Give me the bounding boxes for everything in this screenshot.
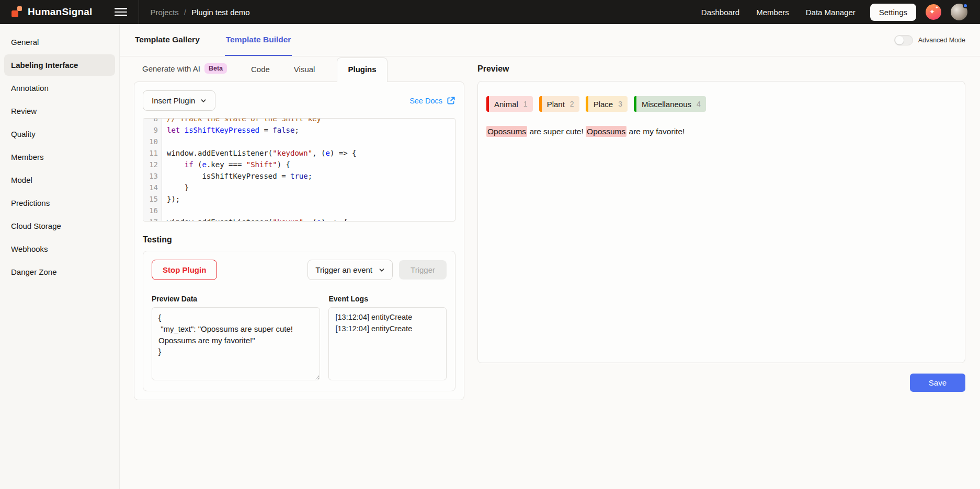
labeled-region[interactable]: Opossums	[586, 126, 626, 137]
sidebar-item-annotation[interactable]: Annotation	[4, 77, 115, 99]
top-nav: DashboardMembersData Manager	[701, 8, 856, 17]
sparkle-icon-small: ✦	[935, 6, 939, 10]
label-chip-miscellaneous[interactable]: Miscellaneous4	[634, 96, 706, 112]
event-logs-box: [13:12:04] entityCreate[13:12:04] entity…	[328, 307, 447, 380]
code-editor[interactable]: 8// Track the state of the Shift key9let…	[143, 118, 455, 222]
sidebar-item-danger-zone[interactable]: Danger Zone	[4, 261, 115, 283]
chip-label: Place	[594, 100, 613, 109]
tab-generate-with-ai[interactable]: Generate with AI Beta	[140, 56, 229, 82]
code-text: window.addEventListener("keydown", (e) =…	[162, 147, 356, 159]
settings-sidebar: GeneralLabeling InterfaceAnnotationRevie…	[0, 24, 120, 489]
tab-template-builder[interactable]: Template Builder	[225, 24, 292, 56]
notification-dot	[963, 3, 968, 8]
preview-data-input[interactable]: { "my_text": "Opossums are super cute! O…	[152, 307, 320, 380]
sparkle-button[interactable]: ✦ ✦	[926, 4, 941, 20]
code-line: 12 if (e.key === "Shift") {	[143, 159, 455, 170]
code-text	[162, 205, 167, 216]
insert-plugin-dropdown[interactable]: Insert Plugin	[143, 90, 215, 111]
menu-icon[interactable]	[115, 8, 127, 16]
code-line: 17window.addEventListener("keyup", (e) =…	[143, 216, 455, 222]
code-text: if (e.key === "Shift") {	[162, 159, 290, 170]
template-tabs-row: Template Gallery Template Builder Advanc…	[120, 24, 980, 56]
line-number: 14	[143, 182, 162, 193]
tab-plugins[interactable]: Plugins	[337, 57, 387, 82]
sidebar-item-review[interactable]: Review	[4, 100, 115, 122]
sidebar-item-general[interactable]: General	[4, 31, 115, 53]
breadcrumb-current-project: Plugin test demo	[191, 8, 250, 17]
nav-dashboard[interactable]: Dashboard	[701, 8, 739, 17]
template-tabs: Template Gallery Template Builder	[134, 24, 292, 56]
event-logs-label: Event Logs	[328, 295, 447, 303]
log-entry: [13:12:04] entityCreate	[335, 312, 440, 323]
user-avatar[interactable]	[951, 4, 967, 20]
sidebar-item-labeling-interface[interactable]: Labeling Interface	[4, 54, 115, 76]
see-docs-link[interactable]: See Docs	[409, 96, 455, 105]
code-line: 14 }	[143, 182, 455, 193]
advanced-mode-wrap: Advanced Mode	[894, 24, 965, 56]
preview-text: Opossums are super cute! Opossums are my…	[486, 125, 956, 137]
code-line: 8// Track the state of the Shift key	[143, 118, 455, 124]
advanced-mode-label: Advanced Mode	[918, 37, 965, 44]
chip-color-bar	[586, 96, 588, 112]
chip-label: Animal	[494, 100, 518, 109]
logo-icon	[12, 6, 23, 18]
sidebar-item-quality[interactable]: Quality	[4, 123, 115, 145]
sparkle-icon: ✦	[929, 8, 935, 15]
code-text: let isShiftKeyPressed = false;	[162, 124, 299, 136]
trigger-event-select[interactable]: Trigger an event	[307, 260, 393, 280]
beta-badge: Beta	[204, 63, 227, 74]
save-button[interactable]: Save	[910, 374, 965, 392]
tab-code[interactable]: Code	[249, 58, 272, 82]
line-number: 11	[143, 147, 162, 159]
toggle-knob	[895, 36, 904, 44]
nav-data-manager[interactable]: Data Manager	[806, 8, 856, 17]
builder-column: Generate with AI Beta Code Visual Plugin…	[134, 56, 464, 400]
humansignal-logo: HumanSignal	[12, 6, 93, 18]
stop-plugin-button[interactable]: Stop Plugin	[152, 260, 217, 280]
code-text: }	[162, 182, 189, 193]
trigger-button[interactable]: Trigger	[399, 260, 447, 280]
sidebar-item-webhooks[interactable]: Webhooks	[4, 238, 115, 260]
topbar-divider	[139, 0, 139, 24]
builder-subtabs: Generate with AI Beta Code Visual Plugin…	[134, 56, 464, 82]
sidebar-item-cloud-storage[interactable]: Cloud Storage	[4, 215, 115, 237]
label-chip-place[interactable]: Place3	[586, 96, 628, 112]
line-number: 8	[143, 118, 162, 124]
top-bar: HumanSignal Projects / Plugin test demo …	[0, 0, 980, 24]
tab-template-gallery[interactable]: Template Gallery	[134, 24, 201, 56]
nav-members[interactable]: Members	[756, 8, 789, 17]
chevron-down-icon	[379, 267, 385, 273]
plugin-editor-card: Insert Plugin See Docs	[134, 82, 464, 400]
preview-data-label: Preview Data	[152, 295, 320, 303]
tab-visual[interactable]: Visual	[292, 58, 317, 82]
code-text: window.addEventListener("keyup", (e) => …	[162, 216, 348, 222]
line-number: 13	[143, 170, 162, 182]
breadcrumb: Projects / Plugin test demo	[151, 8, 250, 17]
logo-text: HumanSignal	[28, 6, 93, 18]
insert-plugin-label: Insert Plugin	[152, 96, 195, 105]
sidebar-item-members[interactable]: Members	[4, 146, 115, 168]
external-link-icon	[447, 96, 455, 105]
code-text: // Track the state of the Shift key	[162, 118, 321, 124]
code-line: 9let isShiftKeyPressed = false;	[143, 124, 455, 136]
label-chip-animal[interactable]: Animal1	[486, 96, 533, 112]
code-line: 15});	[143, 193, 455, 205]
see-docs-label: See Docs	[409, 97, 442, 105]
sidebar-item-predictions[interactable]: Predictions	[4, 192, 115, 214]
code-text: isShiftKeyPressed = true;	[162, 170, 312, 182]
advanced-mode-toggle[interactable]	[894, 35, 913, 45]
label-chip-plant[interactable]: Plant2	[539, 96, 579, 112]
code-line: 13 isShiftKeyPressed = true;	[143, 170, 455, 182]
breadcrumb-projects-link[interactable]: Projects	[151, 8, 179, 17]
chip-color-bar	[486, 96, 489, 112]
sidebar-item-model[interactable]: Model	[4, 169, 115, 191]
text-span: are super cute!	[527, 127, 586, 136]
preview-panel: Animal1Plant2Place3Miscellaneous4 Opossu…	[477, 81, 965, 363]
chip-label: Miscellaneous	[642, 100, 691, 109]
labeled-region[interactable]: Opossums	[486, 126, 527, 137]
log-entry: [13:12:04] entityCreate	[335, 323, 440, 335]
settings-button[interactable]: Settings	[870, 4, 916, 21]
line-number: 12	[143, 159, 162, 170]
line-number: 10	[143, 136, 162, 147]
preview-heading: Preview	[477, 64, 509, 74]
